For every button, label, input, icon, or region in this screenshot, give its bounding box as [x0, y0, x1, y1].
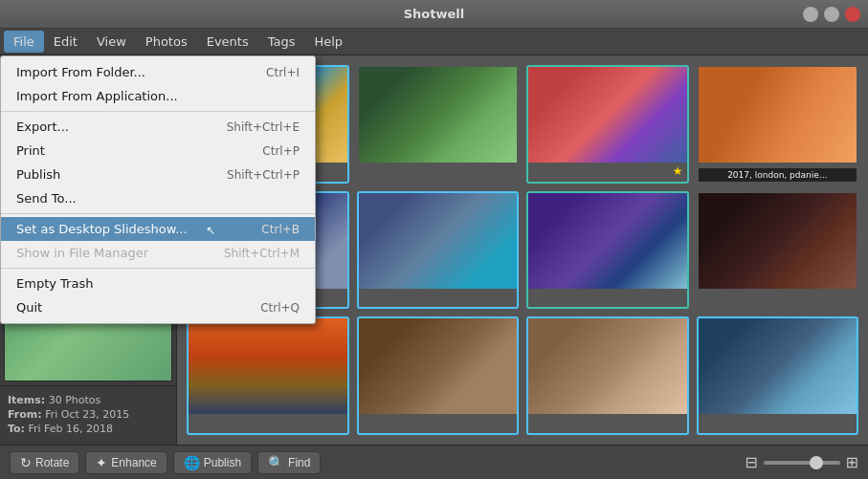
find-icon: 🔍 [268, 455, 284, 470]
from-info: From: Fri Oct 23, 2015 [8, 408, 168, 421]
menu-edit[interactable]: Edit [44, 31, 87, 53]
menu-file[interactable]: File [4, 31, 44, 53]
photo-thumb-12[interactable] [697, 316, 859, 435]
window-title: Shotwell [65, 7, 803, 21]
photo-thumb-9[interactable] [187, 316, 349, 435]
menu-separator-2 [1, 213, 315, 214]
toolbar-right: ⊟ ⊞ [745, 453, 858, 471]
rotate-button[interactable]: ↻ Rotate [10, 451, 79, 474]
menu-separator-3 [1, 268, 315, 269]
menubar: File Edit View Photos Events Tags Help [0, 29, 868, 55]
menu-view[interactable]: View [87, 31, 136, 53]
rotate-icon: ↻ [20, 455, 32, 470]
bottom-toolbar: ↻ Rotate ✦ Enhance 🌐 Publish 🔍 Find ⊟ ⊞ [0, 445, 868, 479]
zoom-thumb[interactable] [810, 456, 823, 469]
titlebar: Shotwell [0, 0, 868, 29]
menu-item-print[interactable]: Print Ctrl+P [1, 139, 315, 163]
window-controls[interactable] [803, 7, 860, 22]
photo-thumb-6[interactable] [357, 191, 520, 310]
photo-thumb-4[interactable]: 2017, london, pdanie... [697, 65, 859, 184]
minimize-button[interactable] [803, 7, 818, 22]
menu-item-empty-trash[interactable]: Empty Trash [1, 272, 315, 295]
menu-help[interactable]: Help [304, 31, 352, 53]
publish-button[interactable]: 🌐 Publish [173, 451, 252, 474]
zoom-in-icon: ⊞ [846, 453, 858, 471]
items-info: Items: 30 Photos [8, 394, 168, 406]
enhance-button[interactable]: ✦ Enhance [85, 451, 167, 474]
zoom-slider[interactable] [764, 461, 840, 465]
menu-tags[interactable]: Tags [258, 31, 305, 53]
menu-item-import-folder[interactable]: Import From Folder... Ctrl+I [1, 60, 315, 84]
find-button[interactable]: 🔍 Find [257, 451, 321, 474]
photo-thumb-2[interactable] [357, 65, 520, 184]
menu-photos[interactable]: Photos [136, 31, 197, 53]
menu-separator-1 [1, 111, 315, 112]
zoom-out-icon: ⊟ [745, 453, 757, 471]
photo-thumb-7[interactable] [526, 191, 689, 310]
close-button[interactable] [845, 7, 860, 22]
menu-item-show-file-manager: Show in File Manager Shift+Ctrl+M [1, 241, 315, 265]
to-info: To: Fri Feb 16, 2018 [8, 423, 168, 435]
menu-item-export[interactable]: Export... Shift+Ctrl+E [1, 115, 315, 139]
maximize-button[interactable] [824, 7, 839, 22]
photo-thumb-3[interactable]: ★ [526, 65, 689, 184]
menu-events[interactable]: Events [197, 31, 258, 53]
photo-thumb-11[interactable] [526, 316, 689, 435]
photo-caption-4: 2017, london, pdanie... [699, 168, 857, 182]
menu-item-import-app[interactable]: Import From Application... [1, 84, 315, 108]
menu-item-desktop-slideshow[interactable]: Set as Desktop Slideshow... Ctrl+B ↖ [1, 217, 315, 241]
file-dropdown-menu: Import From Folder... Ctrl+I Import From… [0, 55, 316, 324]
publish-icon: 🌐 [184, 455, 200, 470]
menu-item-publish[interactable]: Publish Shift+Ctrl+P [1, 163, 315, 186]
star-badge: ★ [673, 164, 683, 178]
photo-thumb-8[interactable] [697, 191, 859, 310]
enhance-icon: ✦ [96, 455, 107, 470]
menu-item-quit[interactable]: Quit Ctrl+Q [1, 295, 315, 319]
sidebar-info: Items: 30 Photos From: Fri Oct 23, 2015 … [0, 385, 176, 445]
menu-item-send-to[interactable]: Send To... [1, 186, 315, 210]
photo-thumb-10[interactable] [357, 316, 520, 435]
